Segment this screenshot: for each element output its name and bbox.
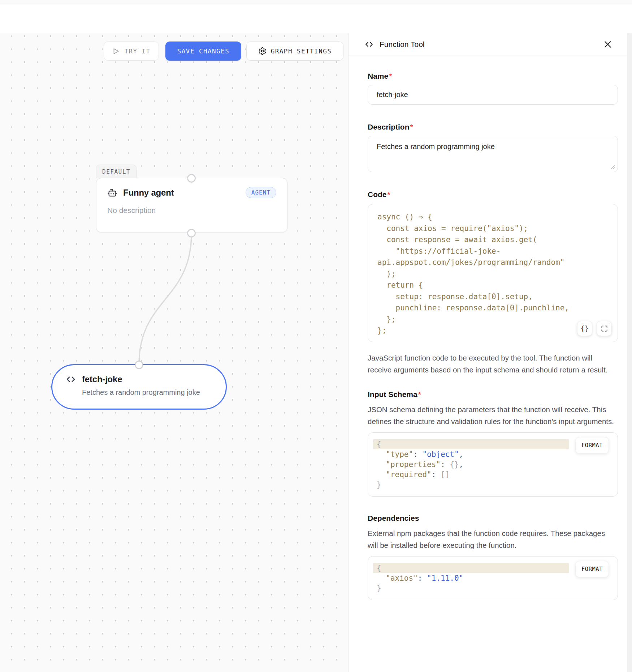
save-changes-button[interactable]: SAVE CHANGES xyxy=(165,42,241,61)
window-top-strip xyxy=(0,0,632,5)
format-dependencies-button[interactable]: FORMAT xyxy=(575,561,609,577)
name-label: Name* xyxy=(368,72,618,80)
required-asterisk: * xyxy=(418,390,421,398)
graph-canvas[interactable]: TRY IT SAVE CHANGES GRAPH SETTINGS DEFAU… xyxy=(0,33,348,672)
tool-node-title: fetch-joke xyxy=(82,374,122,384)
tool-node-input-handle[interactable] xyxy=(135,361,143,369)
input-schema-editor[interactable]: FORMAT { "type": "object", "properties":… xyxy=(368,432,618,497)
group-tab-default: DEFAULT xyxy=(96,165,137,178)
code-help-text: JavaScript function code to be executed … xyxy=(368,352,615,376)
dependencies-editor[interactable]: FORMAT { "axios": "1.11.0"} xyxy=(368,556,618,600)
code-icon xyxy=(65,374,76,385)
graph-settings-label: GRAPH SETTINGS xyxy=(271,48,332,55)
required-asterisk: * xyxy=(410,123,413,131)
edge-agent-to-tool xyxy=(0,33,348,672)
panel-scrollbar[interactable] xyxy=(627,33,632,672)
format-schema-button[interactable]: FORMAT xyxy=(575,437,609,454)
gear-icon xyxy=(258,47,267,55)
input-schema-label: Input Schema* xyxy=(368,390,618,399)
panel-title: Function Tool xyxy=(380,40,425,49)
name-input[interactable] xyxy=(368,85,618,105)
agent-node-output-handle[interactable] xyxy=(187,229,196,237)
group-tab-label: DEFAULT xyxy=(102,168,130,175)
save-changes-label: SAVE CHANGES xyxy=(177,48,229,55)
description-textarea[interactable]: Fetches a random programming joke xyxy=(368,136,618,172)
tool-node-description: Fetches a random programming joke xyxy=(82,388,215,397)
top-bar xyxy=(0,5,632,33)
required-asterisk: * xyxy=(388,190,390,198)
code-label: Code* xyxy=(368,190,618,199)
code-editor-content[interactable]: async () ⇒ { const axios = require("axio… xyxy=(377,211,608,337)
agent-node-description: No description xyxy=(107,206,276,215)
try-it-button[interactable]: TRY IT xyxy=(104,42,159,61)
agent-node-input-handle[interactable] xyxy=(187,174,196,183)
panel-body: Name* Description* Fetches a random prog… xyxy=(349,56,632,615)
expand-editor-button[interactable] xyxy=(597,321,612,336)
agent-node-funny-agent[interactable]: Funny agent AGENT No description xyxy=(96,178,287,232)
close-panel-button[interactable] xyxy=(602,38,614,51)
agent-node-title: Funny agent xyxy=(123,188,174,198)
dependencies-help-text: External npm packages that the function … xyxy=(368,528,615,551)
code-icon xyxy=(364,40,374,49)
tool-node-fetch-joke[interactable]: fetch-joke Fetches a random programming … xyxy=(51,364,227,410)
graph-settings-button[interactable]: GRAPH SETTINGS xyxy=(246,42,343,61)
function-tool-panel: Function Tool Name* Description* Fetches… xyxy=(348,33,632,672)
robot-icon xyxy=(107,188,117,198)
input-schema-help-text: JSON schema defining the parameters that… xyxy=(368,404,615,427)
resize-handle[interactable] xyxy=(610,164,615,169)
close-icon xyxy=(603,40,612,49)
format-code-button[interactable]: {} xyxy=(577,321,592,336)
description-label: Description* xyxy=(368,123,618,131)
canvas-toolbar: TRY IT SAVE CHANGES GRAPH SETTINGS xyxy=(0,42,348,61)
code-editor[interactable]: async () ⇒ { const axios = require("axio… xyxy=(368,204,618,342)
panel-header: Function Tool xyxy=(349,33,632,56)
play-icon xyxy=(112,47,120,55)
agent-type-badge: AGENT xyxy=(246,187,276,198)
required-asterisk: * xyxy=(389,72,392,80)
braces-icon: {} xyxy=(581,324,589,332)
expand-icon xyxy=(601,325,608,332)
dependencies-label: Dependencies xyxy=(368,514,618,523)
try-it-label: TRY IT xyxy=(124,48,150,55)
